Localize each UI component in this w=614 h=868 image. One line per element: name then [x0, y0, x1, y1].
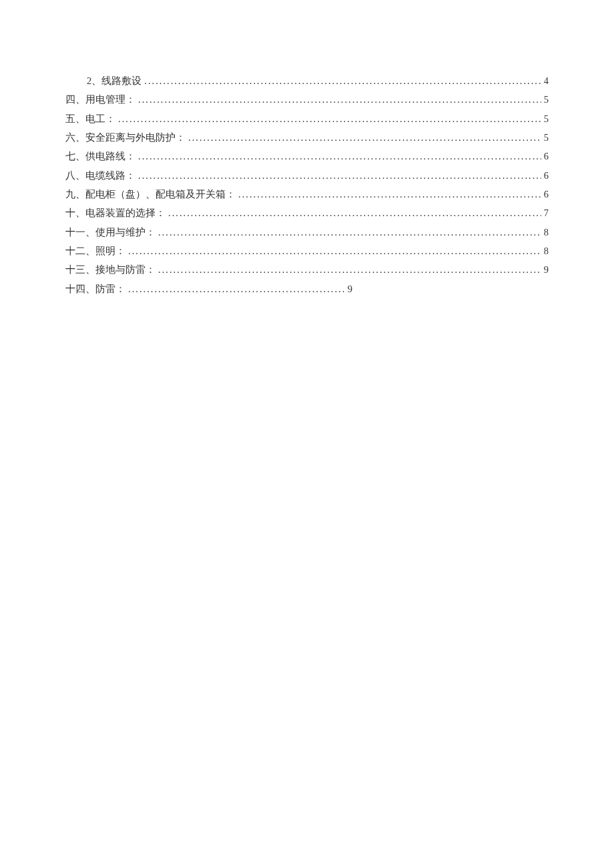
- toc-entry-label: 2、线路敷设: [87, 75, 141, 87]
- toc-entry: 六、安全距离与外电防护：5: [65, 131, 549, 144]
- toc-entry-label: 十三、接地与防雷：: [65, 264, 156, 276]
- toc-entry-leader-dots: [236, 188, 544, 201]
- toc-entry-leader-dots: [156, 226, 544, 239]
- toc-entry-leader-dots: [115, 113, 544, 125]
- table-of-contents: 2、线路敷设4四、用电管理：5五、电工：5六、安全距离与外电防护：5七、供电路线…: [65, 75, 549, 296]
- toc-entry-leader-dots: [156, 264, 544, 276]
- toc-entry: 十二、照明：8: [65, 245, 549, 258]
- toc-entry-leader-dots: [125, 283, 348, 296]
- toc-entry-leader-dots: [135, 93, 544, 106]
- toc-entry: 2、线路敷设4: [65, 75, 549, 87]
- toc-entry-page: 5: [544, 131, 549, 144]
- toc-entry-page: 9: [348, 283, 352, 296]
- toc-entry-leader-dots: [166, 207, 544, 220]
- toc-entry-page: 5: [544, 113, 549, 125]
- toc-entry-label: 八、电缆线路：: [65, 169, 135, 182]
- toc-entry: 七、供电路线：6: [65, 150, 549, 163]
- toc-entry: 九、配电柜（盘）、配电箱及开关箱：6: [65, 188, 549, 201]
- toc-entry-page: 5: [544, 93, 549, 106]
- toc-entry-page: 4: [544, 75, 549, 87]
- toc-entry: 五、电工：5: [65, 113, 549, 125]
- toc-entry: 四、用电管理：5: [65, 93, 549, 106]
- toc-entry: 十一、使用与维护：8: [65, 226, 549, 239]
- toc-entry: 十、电器装置的选择：7: [65, 207, 549, 220]
- toc-entry-page: 6: [544, 150, 549, 163]
- toc-entry-leader-dots: [186, 131, 544, 144]
- toc-entry: 八、电缆线路：6: [65, 169, 549, 182]
- toc-entry-page: 6: [544, 188, 549, 201]
- toc-entry-label: 十四、防雷：: [65, 283, 125, 296]
- toc-entry-label: 九、配电柜（盘）、配电箱及开关箱：: [65, 188, 236, 201]
- toc-entry-page: 6: [544, 169, 549, 182]
- toc-entry: 十四、防雷：9: [65, 283, 352, 296]
- toc-entry-leader-dots: [125, 245, 544, 258]
- toc-entry-page: 8: [544, 245, 549, 258]
- toc-entry-page: 8: [544, 226, 549, 239]
- toc-entry-leader-dots: [135, 150, 544, 163]
- toc-entry-page: 7: [544, 207, 549, 220]
- toc-entry-leader-dots: [141, 75, 544, 87]
- toc-entry-label: 四、用电管理：: [65, 93, 135, 106]
- toc-entry-label: 六、安全距离与外电防护：: [65, 131, 186, 144]
- toc-entry-label: 十、电器装置的选择：: [65, 207, 166, 220]
- toc-entry-label: 七、供电路线：: [65, 150, 135, 163]
- toc-entry-label: 十二、照明：: [65, 245, 125, 258]
- toc-entry-label: 五、电工：: [65, 113, 115, 125]
- toc-entry: 十三、接地与防雷：9: [65, 264, 549, 276]
- toc-entry-page: 9: [544, 264, 549, 276]
- toc-entry-label: 十一、使用与维护：: [65, 226, 156, 239]
- toc-entry-leader-dots: [135, 169, 544, 182]
